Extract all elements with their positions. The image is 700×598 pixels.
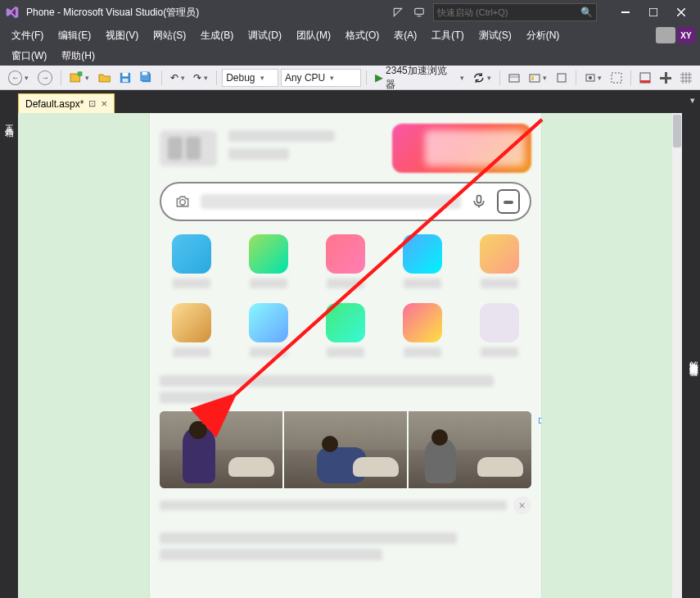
blurred-text xyxy=(228,148,289,160)
menu-build[interactable]: 生成(B) xyxy=(194,27,240,44)
search-icon[interactable]: 🔍 xyxy=(580,7,593,18)
feed-card-1[interactable]: × xyxy=(160,375,531,514)
feed-thumbnail[interactable] xyxy=(284,411,407,488)
app-icon xyxy=(403,303,442,342)
quick-launch-box[interactable]: 🔍 xyxy=(433,3,597,21)
vertical-scrollbar[interactable] xyxy=(672,113,682,598)
solution-explorer-tab[interactable]: 解决方案资源管理器 xyxy=(688,354,700,361)
menu-test[interactable]: 测试(S) xyxy=(472,27,518,44)
left-tool-rail[interactable]: 工具箱 xyxy=(0,113,18,598)
camera-icon[interactable] xyxy=(171,190,194,213)
browserlink-refresh-button[interactable]: ▾ xyxy=(470,69,495,87)
svg-rect-19 xyxy=(640,80,650,83)
toolbox-tab[interactable]: 工具箱 xyxy=(3,118,16,123)
app-6[interactable] xyxy=(160,303,224,357)
feed-thumbnail[interactable] xyxy=(160,411,282,488)
menu-window[interactable]: 窗口(W) xyxy=(5,48,53,65)
minimize-button[interactable] xyxy=(612,2,639,22)
maximize-button[interactable] xyxy=(639,2,667,22)
account-badge[interactable]: XY xyxy=(677,27,695,43)
svg-rect-6 xyxy=(123,72,129,75)
show-table-guides-button[interactable] xyxy=(677,69,695,87)
app-2[interactable] xyxy=(237,234,300,288)
show-visual-aids-button[interactable] xyxy=(607,69,625,87)
start-debug-button[interactable]: ▶2345加速浏览器▾ xyxy=(372,69,467,87)
microphone-icon[interactable] xyxy=(467,190,490,213)
close-icon[interactable]: × xyxy=(101,97,107,110)
search-bar[interactable] xyxy=(160,182,531,221)
app-1[interactable] xyxy=(160,234,224,288)
menu-table[interactable]: 表(A) xyxy=(387,27,423,44)
designer-surface[interactable]: × xyxy=(18,113,682,598)
blurred-text xyxy=(160,532,457,544)
show-nonvisual-button[interactable]: ▾ xyxy=(581,69,606,87)
svg-rect-23 xyxy=(476,196,481,203)
save-all-button[interactable] xyxy=(137,69,156,87)
pin-icon[interactable]: ⊡ xyxy=(88,98,96,109)
app-icon xyxy=(480,234,519,274)
app-4[interactable] xyxy=(391,234,454,288)
quick-launch-input[interactable] xyxy=(437,7,580,17)
tab-overflow-button[interactable]: ▾ xyxy=(690,95,695,106)
scrollbar-thumb[interactable] xyxy=(673,115,681,147)
redo-button[interactable]: ↷▾ xyxy=(191,69,212,87)
app-5[interactable] xyxy=(467,234,531,288)
selection-handle[interactable] xyxy=(539,418,542,424)
menu-help[interactable]: 帮助(H) xyxy=(55,48,102,65)
menu-team[interactable]: 团队(M) xyxy=(290,27,337,44)
menu-analyze[interactable]: 分析(N) xyxy=(520,27,567,44)
nav-forward-button[interactable]: → xyxy=(34,69,56,87)
menu-website[interactable]: 网站(S) xyxy=(147,27,192,44)
right-tool-rail: 解决方案资源管理器 团队资源管理器 属性 xyxy=(682,113,700,598)
menu-edit[interactable]: 编辑(E) xyxy=(52,27,97,44)
feedback-icon[interactable] xyxy=(412,5,427,20)
app-9[interactable] xyxy=(391,303,454,357)
app-label-blur xyxy=(173,279,210,288)
attach-style-button[interactable] xyxy=(553,69,571,87)
app-icon xyxy=(172,303,211,342)
feed-card-2[interactable] xyxy=(160,532,531,560)
menu-debug[interactable]: 调试(D) xyxy=(242,27,288,44)
tab-label: Default.aspx* xyxy=(25,98,84,110)
close-button[interactable] xyxy=(667,2,695,22)
header-block xyxy=(160,120,531,177)
app-label-blur xyxy=(481,279,518,288)
menu-tools[interactable]: 工具(T) xyxy=(425,27,470,44)
user-avatar[interactable] xyxy=(656,27,675,43)
menu-file[interactable]: 文件(F) xyxy=(5,27,50,44)
designer-margin-right xyxy=(542,113,673,598)
phone-preview: × xyxy=(149,113,542,598)
show-table-rulers-button[interactable] xyxy=(657,69,675,87)
target-rule-button[interactable]: ▾ xyxy=(526,69,550,87)
svg-rect-1 xyxy=(621,11,630,13)
save-button[interactable] xyxy=(116,69,134,87)
app-3[interactable] xyxy=(314,234,377,288)
menu-format[interactable]: 格式(O) xyxy=(339,27,386,44)
open-file-button[interactable] xyxy=(95,69,115,87)
app-grid xyxy=(160,234,531,357)
dismiss-icon[interactable]: × xyxy=(513,496,531,514)
tab-default-aspx[interactable]: Default.aspx* ⊡ × xyxy=(18,93,115,113)
promo-banner[interactable] xyxy=(392,124,531,173)
platform-value: Any CPU xyxy=(285,72,325,84)
platform-dropdown[interactable]: Any CPU▾ xyxy=(281,69,361,87)
configuration-dropdown[interactable]: Debug▾ xyxy=(222,69,278,87)
svg-rect-7 xyxy=(123,78,129,81)
new-project-button[interactable]: ▾ xyxy=(66,69,93,87)
svg-rect-10 xyxy=(142,72,147,75)
visual-studio-logo-icon xyxy=(5,5,20,20)
undo-button[interactable]: ↶▾ xyxy=(167,69,188,87)
app-8[interactable] xyxy=(314,303,377,357)
svg-rect-14 xyxy=(558,74,566,82)
notifications-icon[interactable] xyxy=(391,5,405,20)
scan-icon[interactable] xyxy=(497,190,520,213)
feed-thumbnail[interactable] xyxy=(409,411,531,488)
new-inline-style-button[interactable] xyxy=(505,69,523,87)
app-label-blur xyxy=(250,279,287,288)
app-7[interactable] xyxy=(237,303,300,357)
titlebar: Phone - Microsoft Visual Studio(管理员) 🔍 xyxy=(0,0,700,25)
menu-view[interactable]: 视图(V) xyxy=(99,27,145,44)
nav-back-button[interactable]: ←▾ xyxy=(5,69,32,87)
app-10[interactable] xyxy=(467,303,531,357)
foreground-color-button[interactable] xyxy=(636,69,654,87)
